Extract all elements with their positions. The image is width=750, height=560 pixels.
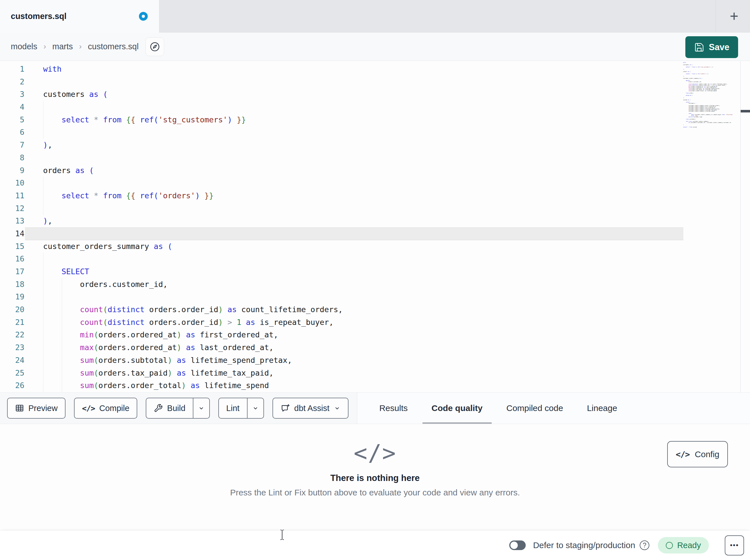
line-number: 3: [0, 88, 24, 101]
code-line-21[interactable]: 21 count(distinct orders.order_id) > 1 a…: [0, 316, 750, 329]
code-line-22[interactable]: 22 min(orders.ordered_at) as first_order…: [0, 329, 750, 341]
build-button[interactable]: Build: [146, 398, 193, 418]
code-line-20[interactable]: 20 count(distinct orders.order_id) as co…: [0, 303, 750, 316]
compile-button-label: Compile: [99, 403, 129, 413]
line-number: 8: [0, 151, 24, 164]
code-line-4[interactable]: 4: [0, 101, 750, 113]
code-line-8[interactable]: 8: [0, 151, 750, 164]
build-split-button: Build: [146, 398, 210, 419]
code-line-24[interactable]: 24 sum(orders.subtotal) as lifetime_spen…: [0, 354, 750, 367]
status-circle-icon: [666, 542, 673, 549]
tab-lineage[interactable]: Lineage: [575, 393, 629, 424]
chat-plus-icon: [280, 403, 290, 413]
floppy-disk-icon: [694, 42, 704, 53]
code-line-5[interactable]: 5 select * from {{ ref('stg_customers') …: [0, 113, 750, 126]
tab-code-quality[interactable]: Code quality: [420, 393, 494, 424]
chevron-down-icon: [198, 405, 205, 412]
line-number: 11: [0, 189, 24, 202]
result-tabs: ResultsCode qualityCompiled codeLineage: [357, 393, 750, 424]
defer-toggle[interactable]: [509, 540, 526, 550]
line-number: 10: [0, 177, 24, 189]
breadcrumb-item-customers-sql[interactable]: customers.sql: [88, 42, 139, 51]
code-line-15[interactable]: 15customer_orders_summary as (: [0, 240, 750, 253]
code-line-11[interactable]: 11 select * from {{ ref('orders') }}: [0, 189, 750, 202]
editor-tabbar: customers.sql +: [0, 0, 750, 33]
code-line-6[interactable]: 6: [0, 126, 750, 139]
code-line-17[interactable]: 17 SELECT: [0, 265, 750, 278]
code-line-13[interactable]: 13),: [0, 215, 750, 227]
line-number: 21: [0, 316, 24, 329]
line-number: 23: [0, 341, 24, 354]
build-button-label: Build: [167, 403, 185, 413]
editor-lines: 1with23customers as (45 select * from {{…: [0, 63, 750, 392]
tabbar-divider: [716, 0, 716, 32]
code-line-12[interactable]: 12: [0, 202, 750, 215]
file-navigator-button[interactable]: [145, 37, 164, 56]
lint-button[interactable]: Lint: [219, 398, 247, 418]
new-tab-button[interactable]: +: [723, 4, 745, 28]
empty-state-subtitle: Press the Lint or Fix button above to ev…: [230, 488, 520, 497]
code-brackets-icon: </>: [82, 404, 95, 413]
empty-state: </> There is nothing here Press the Lint…: [0, 440, 750, 497]
line-number: 16: [0, 253, 24, 265]
tab-compiled-code[interactable]: Compiled code: [494, 393, 575, 424]
line-number: 7: [0, 139, 24, 151]
active-line-highlight: [25, 227, 683, 240]
breadcrumb-separator: ›: [79, 42, 82, 51]
chevron-down-icon: [252, 405, 259, 412]
save-button[interactable]: Save: [685, 36, 738, 58]
build-dropdown-button[interactable]: [193, 398, 209, 418]
line-number: 5: [0, 113, 24, 126]
code-line-16[interactable]: 16: [0, 253, 750, 265]
code-line-19[interactable]: 19: [0, 291, 750, 303]
line-number: 20: [0, 303, 24, 316]
code-quality-panel: </> There is nothing here Press the Lint…: [0, 424, 750, 530]
code-line-2[interactable]: 2: [0, 76, 750, 88]
code-line-14[interactable]: 14: [0, 227, 750, 240]
status-label: Ready: [677, 541, 701, 550]
code-line-26[interactable]: 26 sum(orders.order_total) as lifetime_s…: [0, 379, 750, 392]
line-number: 19: [0, 291, 24, 303]
code-line-25[interactable]: 25 sum(orders.tax_paid) as lifetime_tax_…: [0, 367, 750, 379]
wrench-icon: [154, 403, 163, 413]
editor-toolbar: Preview </> Compile Build: [0, 392, 750, 424]
code-line-18[interactable]: 18 orders.customer_id,: [0, 278, 750, 291]
line-number: 18: [0, 278, 24, 291]
line-number: 1: [0, 63, 24, 76]
compass-icon: [150, 41, 160, 52]
code-line-9[interactable]: 9orders as (: [0, 164, 750, 177]
preview-button[interactable]: Preview: [7, 398, 65, 419]
code-line-1[interactable]: 1with: [0, 63, 750, 76]
scrollbar-cursor-marker[interactable]: [741, 110, 750, 112]
defer-label: Defer to staging/production: [533, 540, 635, 550]
line-number: 25: [0, 367, 24, 379]
line-number: 15: [0, 240, 24, 253]
breadcrumb-item-models[interactable]: models: [11, 42, 37, 51]
empty-state-title: There is nothing here: [330, 473, 420, 483]
dbt-assist-button[interactable]: dbt Assist: [273, 398, 349, 419]
code-line-23[interactable]: 23 max(orders.ordered_at) as last_ordere…: [0, 341, 750, 354]
line-number: 12: [0, 202, 24, 215]
line-number: 26: [0, 379, 24, 392]
breadcrumb-bar: models›marts›customers.sql Save: [0, 33, 750, 61]
compile-button[interactable]: </> Compile: [74, 398, 137, 419]
config-button[interactable]: </> Config: [667, 441, 728, 468]
code-line-10[interactable]: 10: [0, 177, 750, 189]
code-editor[interactable]: 1with23customers as (45 select * from {{…: [0, 61, 750, 392]
dbt-assist-button-label: dbt Assist: [294, 403, 330, 413]
preview-button-label: Preview: [28, 403, 58, 413]
chevron-down-icon: [334, 405, 340, 412]
lint-dropdown-button[interactable]: [248, 398, 263, 418]
code-line-3[interactable]: 3customers as (: [0, 88, 750, 101]
unsaved-changes-icon: [139, 12, 148, 21]
more-options-button[interactable]: •••: [725, 535, 744, 556]
file-tab-customers-sql[interactable]: customers.sql: [0, 0, 159, 33]
breadcrumb-item-marts[interactable]: marts: [53, 42, 73, 51]
code-line-7[interactable]: 7),: [0, 139, 750, 151]
editor-minimap[interactable]: with customers as ( select * from {{ ref…: [683, 62, 737, 128]
dbt-ide-window: customers.sql + models›marts›customers.s…: [0, 0, 750, 560]
tab-results[interactable]: Results: [368, 393, 420, 424]
line-number: 13: [0, 215, 24, 227]
help-icon[interactable]: ?: [640, 540, 649, 550]
breadcrumb: models›marts›customers.sql: [11, 42, 139, 51]
